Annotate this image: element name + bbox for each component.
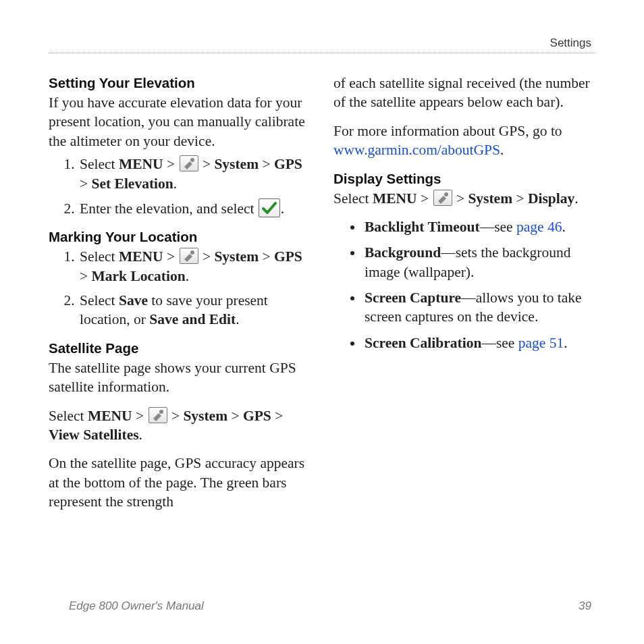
menu-label: MENU [119, 248, 163, 265]
section-title-elevation: Setting Your Elevation [49, 74, 311, 92]
text: > [259, 248, 274, 265]
menu-label: MENU [373, 190, 417, 207]
text: > [227, 408, 243, 424]
list-item: Select MENU > > System > GPS > Mark Loca… [78, 247, 311, 286]
satellite-path: Select MENU > > System > GPS > View Sate… [49, 406, 311, 445]
system-label: System [214, 156, 259, 172]
text: . [562, 219, 565, 235]
list-item: Select Save to save your present locatio… [78, 291, 311, 329]
screen-capture-label: Screen Capture [365, 290, 461, 306]
elevation-steps: Select MENU > > System > GPS > Set Eleva… [49, 155, 311, 218]
save-and-edit-label: Save and Edit [149, 311, 236, 327]
content-columns: Setting Your Elevation If you have accur… [49, 74, 595, 512]
list-item: Select MENU > > System > GPS > Set Eleva… [78, 155, 311, 193]
display-path: Select MENU > > System > Display. [333, 189, 595, 208]
list-item: Screen Calibration—see page 51. [363, 333, 595, 352]
mark-location-label: Mark Location [92, 268, 186, 284]
satellite-tail: On the satellite page, GPS accuracy appe… [49, 454, 311, 511]
svg-point-1 [190, 250, 194, 254]
svg-point-2 [159, 410, 163, 414]
system-label: System [183, 408, 227, 424]
text: > [453, 190, 468, 207]
text: > [80, 176, 92, 192]
section-title-marking: Marking Your Location [49, 227, 311, 246]
elevation-intro: If you have accurate elevation data for … [49, 93, 311, 151]
list-item: Background—sets the background image (wa… [363, 243, 595, 281]
text: . [186, 268, 189, 284]
system-label: System [214, 248, 259, 265]
gps-label: GPS [274, 248, 302, 265]
right-column: of each satellite signal received (the n… [333, 74, 595, 512]
page-46-link[interactable]: page 46 [516, 219, 562, 235]
text: > [163, 248, 179, 265]
manual-page: Settings Setting Your Elevation If you h… [0, 0, 644, 644]
svg-point-0 [190, 158, 194, 162]
backlight-timeout-label: Backlight Timeout [365, 219, 480, 235]
footer-title: Edge 800 Owner's Manual [69, 599, 204, 613]
text: . [173, 176, 177, 192]
save-label: Save [119, 292, 148, 308]
wrench-icon [149, 407, 167, 423]
list-item: Backlight Timeout—see page 46. [363, 217, 595, 236]
check-icon [259, 198, 280, 217]
text: > [271, 408, 284, 424]
wrench-icon [433, 190, 452, 206]
text: > [417, 190, 433, 207]
text: . [139, 427, 142, 443]
satellite-intro: The satellite page shows your current GP… [49, 358, 311, 397]
text: > [132, 408, 148, 424]
text: Select [333, 190, 373, 207]
left-column: Setting Your Elevation If you have accur… [49, 74, 311, 512]
text: . [500, 142, 504, 158]
text: Select [49, 408, 88, 424]
display-label: Display [528, 190, 574, 207]
text: —see [481, 335, 518, 351]
text: Select [80, 156, 119, 172]
wrench-icon [180, 248, 198, 264]
text: > [168, 408, 184, 424]
list-item: Screen Capture—allows you to take screen… [363, 288, 595, 327]
text: . [564, 335, 567, 351]
svg-point-3 [444, 192, 448, 196]
menu-label: MENU [88, 408, 132, 424]
header-divider [49, 53, 595, 53]
text: Select [80, 248, 119, 265]
garmin-link[interactable]: www.garmin.com/aboutGPS [333, 142, 500, 158]
list-item: Enter the elevation, and select . [78, 198, 311, 218]
page-footer: Edge 800 Owner's Manual 39 [69, 599, 591, 613]
background-label: Background [365, 244, 441, 261]
text: > [163, 156, 179, 172]
gps-label: GPS [274, 156, 302, 172]
gps-info: For more information about GPS, go to ww… [333, 122, 595, 160]
text: Enter the elevation, and select [80, 200, 258, 217]
text: —see [480, 219, 516, 235]
text: > [259, 156, 274, 172]
text: Select [80, 292, 119, 308]
wrench-icon [180, 155, 198, 171]
menu-label: MENU [119, 156, 163, 172]
view-satellites-label: View Satellites [49, 427, 139, 443]
footer-page-number: 39 [579, 599, 591, 613]
page-51-link[interactable]: page 51 [518, 335, 564, 351]
text: > [199, 248, 215, 265]
section-title-satellite: Satellite Page [49, 339, 311, 357]
text: > [80, 268, 92, 284]
satellite-cont: of each satellite signal received (the n… [333, 74, 595, 112]
text: . [574, 190, 578, 207]
section-title-display: Display Settings [333, 169, 595, 188]
text: > [512, 190, 528, 207]
text: For more information about GPS, go to [333, 123, 562, 139]
display-options: Backlight Timeout—see page 46. Backgroun… [333, 217, 595, 352]
screen-calibration-label: Screen Calibration [365, 335, 481, 351]
text: > [199, 156, 215, 172]
text: . [236, 311, 239, 327]
marking-steps: Select MENU > > System > GPS > Mark Loca… [49, 247, 311, 329]
gps-label: GPS [243, 408, 271, 424]
set-elevation-label: Set Elevation [92, 176, 173, 192]
header-section-label: Settings [550, 36, 591, 50]
system-label: System [468, 190, 512, 207]
text: . [281, 200, 284, 217]
